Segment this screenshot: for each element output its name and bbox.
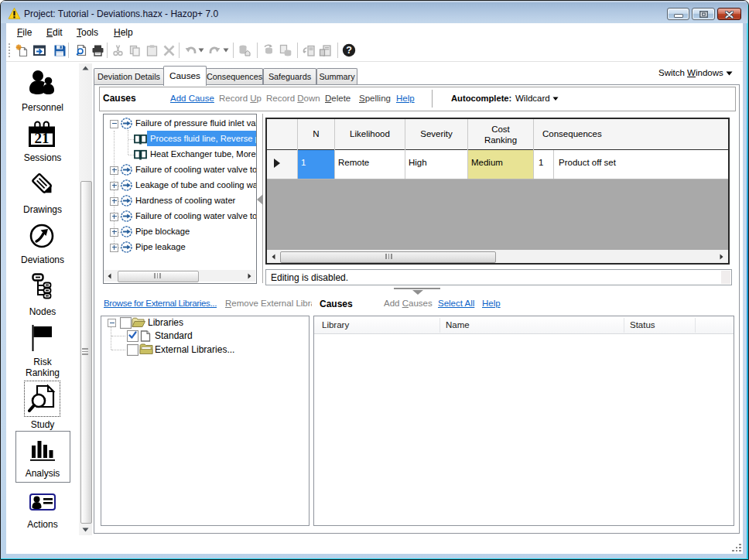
svg-text:21: 21 [35,130,50,146]
svg-text:?: ? [346,45,352,56]
